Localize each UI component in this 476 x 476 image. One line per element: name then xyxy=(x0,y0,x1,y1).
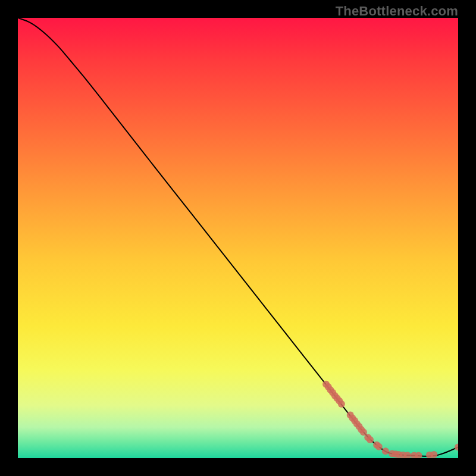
chart-svg xyxy=(18,18,458,458)
plot-area xyxy=(18,18,458,458)
gradient-background xyxy=(18,18,458,458)
data-marker xyxy=(375,443,383,450)
data-marker xyxy=(382,447,389,455)
data-marker xyxy=(430,451,437,458)
chart-frame: TheBottleneck.com xyxy=(0,0,476,476)
data-marker xyxy=(338,400,345,408)
data-marker xyxy=(367,436,374,443)
watermark-text: TheBottleneck.com xyxy=(336,4,458,19)
